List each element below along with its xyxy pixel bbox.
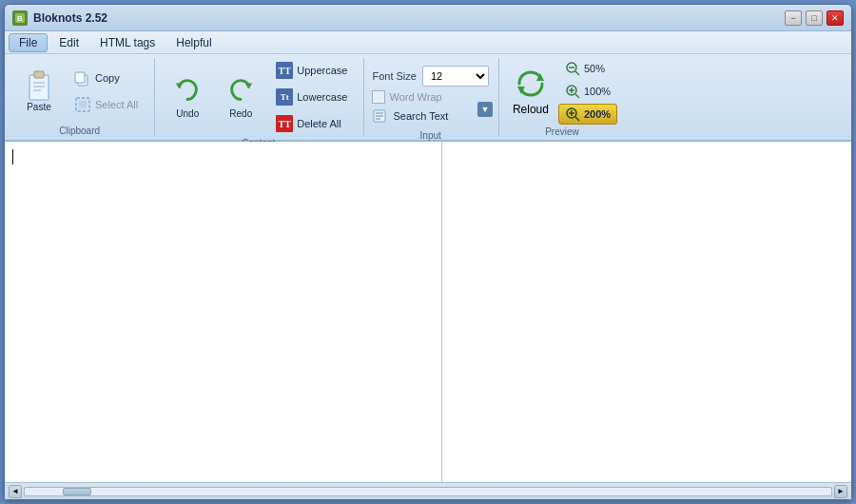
menu-html-tags[interactable]: HTML tags [90,34,165,51]
ribbon-group-clipboard: Paste Copy [10,58,155,136]
select-all-label: Select All [95,99,138,110]
menu-helpful[interactable]: Helpful [166,34,221,51]
delete-all-button[interactable]: TT Delete All [269,111,354,136]
svg-marker-12 [245,83,253,88]
zoom-100-label: 100% [584,86,611,97]
zoom-controls: 50% 100% [558,58,617,125]
minimize-button[interactable]: − [785,10,802,26]
scrollbar-track[interactable] [24,487,832,496]
zoom-200-label: 200% [584,108,611,120]
clipboard-group-label: Clipboard [14,124,145,136]
svg-line-27 [575,117,579,121]
redo-label: Redo [229,108,252,119]
window-title: Bloknots 2.52 [33,11,785,25]
paste-button[interactable]: Paste [14,62,64,121]
reload-button[interactable]: Reloud [507,62,554,121]
main-window: B Bloknots 2.52 − □ ✕ File Edit HTML tag… [4,4,852,500]
undo-button[interactable]: Undo [163,68,212,126]
redo-button[interactable]: Redo [216,68,265,126]
ribbon-group-preview: Reloud 50% [503,58,627,136]
svg-rect-8 [75,72,85,83]
lowercase-label: Lowercase [297,91,347,103]
zoom-50-icon [565,61,580,76]
svg-line-20 [575,71,579,75]
preview-pane [442,142,851,482]
copy-icon [74,69,91,87]
preview-group-label: Preview [507,125,617,137]
menu-edit[interactable]: Edit [49,34,88,51]
window-controls: − □ ✕ [785,10,844,26]
paste-label: Paste [27,102,51,112]
uppercase-label: Uppercase [297,65,347,76]
zoom-100-icon [565,84,580,99]
zoom-200-icon [565,107,580,122]
copy-label: Copy [95,72,120,84]
zoom-200-button[interactable]: 200% [558,104,617,125]
editor-pane[interactable] [5,142,442,482]
maximize-button[interactable]: □ [806,10,823,26]
ribbon-group-input: Font Size 12 8910 111416 Word Wrap [368,58,498,136]
svg-line-23 [575,94,579,98]
editor-cursor [12,149,13,165]
delete-all-icon: TT [276,115,293,132]
main-area [5,142,851,482]
undo-label: Undo [176,108,199,119]
uppercase-icon: TT [276,62,293,79]
svg-rect-2 [29,75,49,100]
menu-file[interactable]: File [9,33,48,52]
redo-icon [225,76,256,107]
app-icon: B [12,10,28,26]
ribbon-group-content: Undo Redo TT [159,58,364,136]
input-info-button[interactable]: ▼ [477,102,493,117]
scroll-right-button[interactable]: ► [834,485,847,498]
titlebar: B Bloknots 2.52 − □ ✕ [5,5,851,31]
select-all-button[interactable]: Select All [68,92,145,117]
scrollbar-thumb[interactable] [63,488,91,495]
svg-rect-10 [79,101,87,108]
search-text-label: Search Text [393,110,448,122]
zoom-50-label: 50% [584,63,605,74]
svg-marker-11 [176,83,184,88]
lowercase-icon: Tt [276,88,293,106]
undo-icon [172,76,203,107]
word-wrap-checkbox[interactable] [372,90,385,104]
paste-icon [24,69,54,100]
select-all-icon [74,96,91,113]
delete-all-label: Delete All [297,118,340,129]
uppercase-button[interactable]: TT Uppercase [269,58,354,83]
ribbon: Paste Copy [5,54,851,142]
svg-rect-3 [34,71,44,78]
reload-icon [514,67,548,101]
scroll-left-button[interactable]: ◄ [9,485,22,498]
horizontal-scrollbar: ◄ ► [5,482,851,499]
copy-button[interactable]: Copy [68,66,145,90]
svg-text:B: B [17,14,23,23]
font-size-label: Font Size [372,70,416,82]
close-button[interactable]: ✕ [827,10,844,26]
zoom-100-button[interactable]: 100% [558,81,617,102]
word-wrap-label: Word Wrap [389,91,441,103]
input-group-label: Input [372,128,488,141]
font-size-select[interactable]: 12 8910 111416 [422,66,489,87]
lowercase-button[interactable]: Tt Lowercase [269,85,354,109]
menubar: File Edit HTML tags Helpful [5,31,851,54]
search-text-icon [372,107,389,125]
zoom-50-button[interactable]: 50% [558,58,617,79]
reload-label: Reloud [513,103,549,116]
